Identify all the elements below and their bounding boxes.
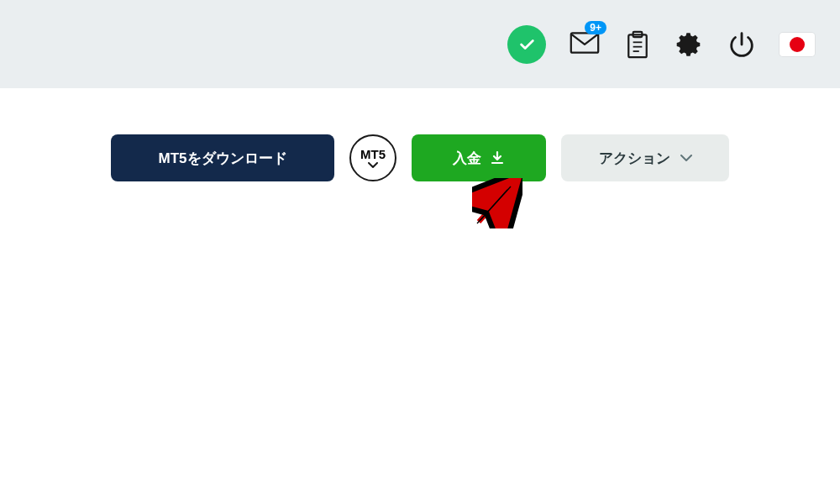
mail-button[interactable]: 9+: [570, 28, 600, 61]
chevron-down-icon: [680, 155, 692, 162]
annotation-arrow-icon: [472, 178, 522, 228]
content-row: MT5をダウンロード MT5 入金 アクション: [0, 88, 840, 181]
flag-japan-icon: [790, 37, 805, 52]
clipboard-button[interactable]: [623, 30, 652, 59]
settings-button[interactable]: [675, 30, 704, 59]
svg-line-7: [479, 188, 509, 222]
chevron-down-icon: [368, 162, 378, 169]
download-mt5-label: MT5をダウンロード: [159, 149, 287, 168]
deposit-button[interactable]: 入金: [412, 134, 546, 181]
language-flag-japan[interactable]: [780, 33, 815, 56]
topbar: 9+: [0, 0, 840, 88]
status-verified-icon[interactable]: [507, 25, 546, 64]
action-label: アクション: [599, 149, 670, 168]
power-button[interactable]: [727, 30, 756, 59]
download-mt5-button[interactable]: MT5をダウンロード: [111, 134, 334, 181]
deposit-label: 入金: [453, 149, 481, 168]
svg-line-6: [479, 188, 509, 222]
platform-mt5-button[interactable]: MT5: [349, 134, 396, 181]
download-icon: [490, 150, 505, 165]
notification-badge: 9+: [585, 21, 606, 34]
platform-mt5-label: MT5: [360, 148, 386, 160]
action-dropdown[interactable]: アクション: [561, 134, 729, 181]
